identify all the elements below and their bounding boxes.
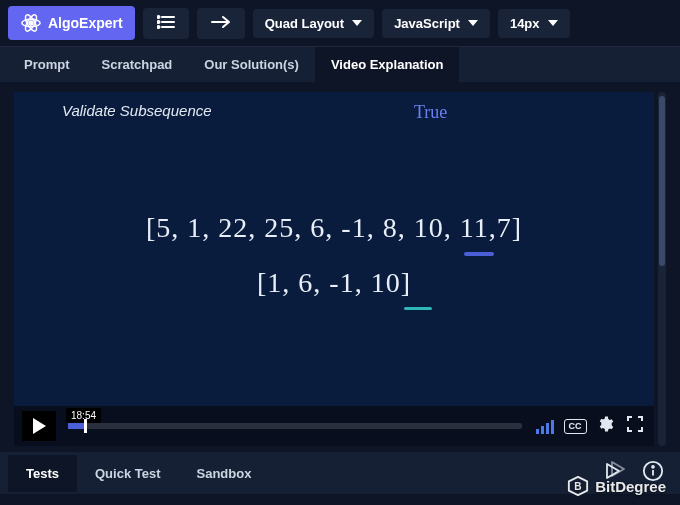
atom-icon: [20, 12, 42, 34]
captions-toggle[interactable]: CC: [564, 415, 586, 437]
fontsize-label: 14px: [510, 16, 540, 31]
arrow-right-icon: [211, 15, 231, 32]
scrollbar-thumb: [659, 96, 665, 266]
volume-icon: [536, 418, 554, 434]
gear-icon: [596, 415, 614, 437]
cc-icon: CC: [564, 419, 587, 434]
main-array: [5, 1, 22, 25, 6, -1, 8, 10, 11,7]: [14, 212, 654, 244]
tab-scratchpad[interactable]: Scratchpad: [86, 47, 189, 82]
run-all-button[interactable]: [602, 460, 628, 486]
caret-down-icon: [468, 20, 478, 26]
stacked-play-icon: [603, 460, 627, 486]
fullscreen-button[interactable]: [624, 415, 646, 437]
progress-slider[interactable]: [68, 423, 522, 429]
bottom-tabs: Tests Quick Test Sandbox: [0, 452, 680, 494]
layout-label: Quad Layout: [265, 16, 344, 31]
video-controls: 18:54 CC: [14, 406, 654, 446]
video-panel: Validate Subsequence True [5, 1, 22, 25,…: [14, 92, 666, 446]
svg-point-9: [157, 26, 159, 28]
main-tabs: Prompt Scratchpad Our Solution(s) Video …: [0, 46, 680, 82]
tab-video[interactable]: Video Explanation: [315, 47, 459, 82]
annotation-true: True: [414, 102, 447, 123]
svg-point-15: [652, 466, 654, 468]
fullscreen-icon: [627, 416, 643, 436]
volume-control[interactable]: [534, 415, 556, 437]
info-button[interactable]: [640, 460, 666, 486]
list-icon: [157, 15, 175, 32]
fontsize-select[interactable]: 14px: [498, 9, 570, 38]
next-button[interactable]: [197, 8, 245, 39]
tab-prompt[interactable]: Prompt: [8, 47, 86, 82]
info-icon: [642, 460, 664, 486]
brand-name: AlgoExpert: [48, 15, 123, 31]
tab-quick-test[interactable]: Quick Test: [77, 455, 179, 492]
top-toolbar: AlgoExpert Quad Layout JavaScript 14px: [0, 0, 680, 46]
underline-mark: [404, 307, 432, 310]
layout-select[interactable]: Quad Layout: [253, 9, 374, 38]
brand-logo[interactable]: AlgoExpert: [8, 6, 135, 40]
settings-button[interactable]: [594, 415, 616, 437]
svg-point-7: [157, 16, 159, 18]
play-button[interactable]: [22, 411, 56, 441]
language-select[interactable]: JavaScript: [382, 9, 490, 38]
svg-point-8: [157, 21, 159, 23]
panel-scrollbar[interactable]: [658, 92, 666, 446]
video-frame[interactable]: Validate Subsequence True [5, 1, 22, 25,…: [14, 92, 654, 446]
tab-solutions[interactable]: Our Solution(s): [188, 47, 315, 82]
play-icon: [33, 418, 46, 434]
underline-mark: [464, 252, 494, 256]
tab-tests[interactable]: Tests: [8, 455, 77, 492]
caret-down-icon: [548, 20, 558, 26]
sub-array: [1, 6, -1, 10]: [14, 267, 654, 299]
lesson-title: Validate Subsequence: [62, 102, 212, 119]
caret-down-icon: [352, 20, 362, 26]
list-button[interactable]: [143, 8, 189, 39]
progress-knob: [84, 419, 87, 433]
svg-point-0: [29, 21, 33, 25]
language-label: JavaScript: [394, 16, 460, 31]
tab-sandbox[interactable]: Sandbox: [179, 455, 270, 492]
